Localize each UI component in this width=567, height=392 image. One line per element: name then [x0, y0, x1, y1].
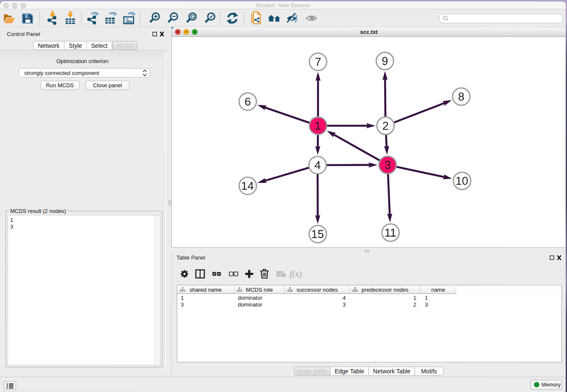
svg-text:f(x): f(x)	[289, 269, 302, 279]
